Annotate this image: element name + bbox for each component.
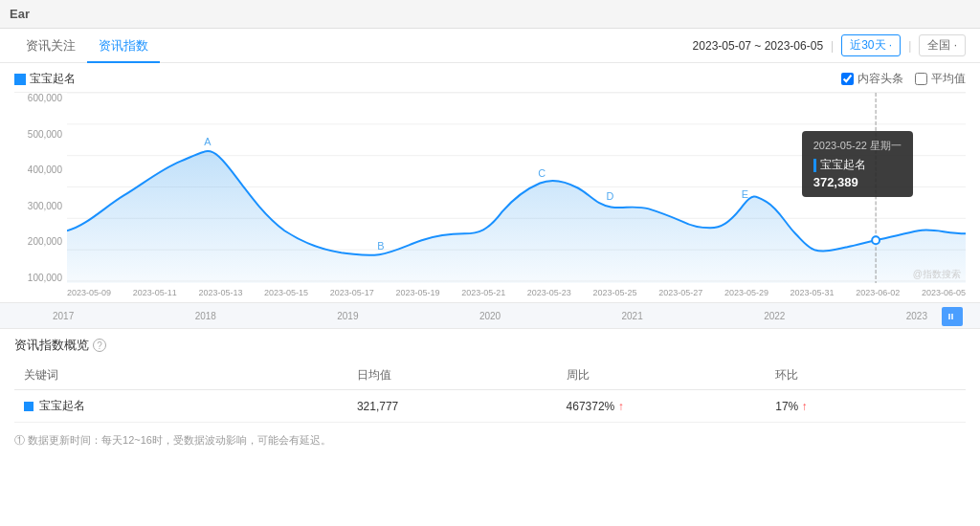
x-label-7: 2023-05-21 xyxy=(461,288,505,297)
separator2: | xyxy=(908,39,911,53)
y-label-1: 600,000 xyxy=(28,93,62,103)
svg-text:B: B xyxy=(377,240,384,252)
col-monthly: 环比 xyxy=(766,362,966,390)
legend-bar: 宝宝起名 内容头条 平均值 xyxy=(14,71,966,87)
y-label-4: 300,000 xyxy=(28,201,62,211)
tooltip-value: 372,389 xyxy=(813,175,902,189)
up-arrow-weekly: ↑ xyxy=(618,400,624,413)
watermark: @指数搜索 xyxy=(913,268,961,281)
timeline-2023: 2023 xyxy=(906,311,927,321)
summary-table: 关键词 日均值 周比 环比 宝宝起名 321,777 467372% ↑ xyxy=(14,362,966,423)
separator: | xyxy=(831,39,834,53)
timeline-bar: 2017 2018 2019 2020 2021 2022 2023 xyxy=(0,302,980,329)
summary-title-text: 资讯指数概览 xyxy=(14,337,89,354)
info-icon[interactable]: ? xyxy=(93,339,106,352)
x-label-4: 2023-05-15 xyxy=(264,288,308,297)
footer-note-text: ① 数据更新时间：每天12~16时，受数据波动影响，可能会有延迟。 xyxy=(14,434,331,446)
svg-text:C: C xyxy=(538,167,546,179)
y-label-2: 500,000 xyxy=(28,129,62,140)
chart-area: A B C D E 2023-05-22 星期一 宝宝起名 372,389 xyxy=(67,93,966,283)
x-label-5: 2023-05-17 xyxy=(330,288,374,297)
svg-text:E: E xyxy=(742,188,748,200)
x-label-12: 2023-05-31 xyxy=(791,288,835,297)
y-label-6: 100,000 xyxy=(28,273,62,283)
timeline-labels: 2017 2018 2019 2020 2021 2022 2023 xyxy=(53,311,927,321)
up-arrow-monthly: ↑ xyxy=(802,400,808,413)
timeline-2018: 2018 xyxy=(195,311,216,321)
date-range-text: 2023-05-07 ~ 2023-06-05 xyxy=(693,39,823,53)
chart-section: 宝宝起名 内容头条 平均值 600,000 500,000 400,000 30… xyxy=(0,63,980,302)
x-label-2: 2023-05-11 xyxy=(133,288,177,297)
weekly-change-cell: 467372% ↑ xyxy=(557,390,767,423)
svg-text:A: A xyxy=(204,136,212,147)
legend-label: 宝宝起名 xyxy=(30,71,76,87)
tooltip-keyword: 宝宝起名 xyxy=(820,157,866,173)
x-axis: 2023-05-09 2023-05-11 2023-05-13 2023-05… xyxy=(67,283,966,302)
x-label-3: 2023-05-13 xyxy=(198,288,242,297)
y-label-5: 200,000 xyxy=(28,236,62,247)
x-label-14: 2023-06-05 xyxy=(922,288,966,297)
x-label-9: 2023-05-25 xyxy=(593,288,637,297)
legend-color-box xyxy=(14,74,26,85)
x-label-6: 2023-05-19 xyxy=(395,288,439,297)
top-bar-text: Ear xyxy=(10,7,30,21)
summary-title-bar: 资讯指数概览 ? xyxy=(14,337,966,354)
tooltip-name-row: 宝宝起名 xyxy=(813,157,902,173)
tab-attention[interactable]: 资讯关注 xyxy=(14,29,87,63)
timeline-2020: 2020 xyxy=(479,311,501,321)
monthly-change-cell: 17% ↑ xyxy=(766,390,966,423)
keyword-text: 宝宝起名 xyxy=(39,398,85,414)
tooltip-line-indicator xyxy=(813,159,816,172)
col-keyword: 关键词 xyxy=(14,362,347,390)
timeline-2019: 2019 xyxy=(337,311,358,321)
kw-dot xyxy=(24,402,33,411)
legend-item: 宝宝起名 xyxy=(14,71,76,87)
timeline-2017: 2017 xyxy=(53,311,74,321)
checkbox-content[interactable]: 内容头条 xyxy=(841,71,903,87)
tab-index[interactable]: 资讯指数 xyxy=(87,29,160,63)
table-row: 宝宝起名 321,777 467372% ↑ 17% ↑ xyxy=(14,390,966,423)
x-label-11: 2023-05-29 xyxy=(724,288,768,297)
timeline-2022: 2022 xyxy=(764,311,785,321)
checkbox-avg[interactable]: 平均值 xyxy=(915,71,966,87)
x-label-10: 2023-05-27 xyxy=(658,288,702,297)
svg-point-13 xyxy=(872,236,880,244)
chart-wrapper: 600,000 500,000 400,000 300,000 200,000 … xyxy=(14,92,966,302)
x-label-1: 2023-05-09 xyxy=(67,288,111,297)
tabs-container: 资讯关注 资讯指数 2023-05-07 ~ 2023-06-05 | 近30天… xyxy=(0,29,980,63)
y-axis: 600,000 500,000 400,000 300,000 200,000 … xyxy=(14,93,67,283)
tooltip-date: 2023-05-22 星期一 xyxy=(813,139,902,153)
tooltip: 2023-05-22 星期一 宝宝起名 372,389 xyxy=(802,131,913,197)
col-weekly: 周比 xyxy=(557,362,767,390)
summary-section: 资讯指数概览 ? 关键词 日均值 周比 环比 宝宝起名 321,777 xyxy=(0,329,980,427)
x-label-13: 2023-06-02 xyxy=(856,288,900,297)
period-button[interactable]: 近30天 · xyxy=(841,34,901,56)
y-label-3: 400,000 xyxy=(28,164,62,175)
daily-avg-cell: 321,777 xyxy=(347,390,557,423)
region-button[interactable]: 全国 · xyxy=(919,34,966,56)
legend-right: 内容头条 平均值 xyxy=(841,71,966,87)
x-label-8: 2023-05-23 xyxy=(527,288,571,297)
timeline-2021: 2021 xyxy=(622,311,643,321)
footer: ① 数据更新时间：每天12~16时，受数据波动影响，可能会有延迟。 xyxy=(0,427,980,453)
col-daily: 日均值 xyxy=(347,362,557,390)
tab-controls: 2023-05-07 ~ 2023-06-05 | 近30天 · | 全国 · xyxy=(693,34,966,56)
top-bar: Ear xyxy=(0,0,980,29)
keyword-cell: 宝宝起名 xyxy=(14,390,347,423)
svg-text:D: D xyxy=(606,190,613,202)
timeline-slider[interactable] xyxy=(942,307,963,326)
